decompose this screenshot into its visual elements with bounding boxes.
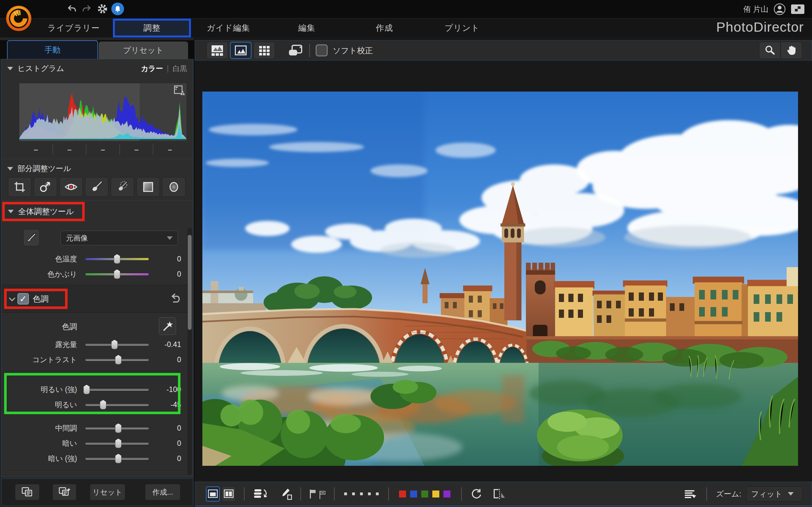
panel-footer: リセット 作成... [1,478,193,506]
apps-icon[interactable] [791,4,804,14]
radial-filter-tool-button[interactable] [162,177,186,197]
color-label-swatch-2[interactable] [421,491,428,498]
undo-icon[interactable] [65,3,78,15]
slider-thumb[interactable] [114,254,120,264]
edit-pencil-icon[interactable] [280,487,293,501]
nav-item-2[interactable]: ガイド編集 [203,19,254,38]
flag-reject-icon[interactable] [318,488,326,500]
apply-adjustments-button[interactable] [52,484,77,500]
color-label-swatch-0[interactable] [399,491,406,498]
color-label-swatch-1[interactable] [410,491,417,498]
slider-track[interactable] [85,457,149,460]
softproof-checkbox[interactable] [316,44,328,56]
slider-track[interactable] [85,358,149,361]
slider-track[interactable] [85,403,149,406]
reset-button[interactable]: リセット [90,484,125,500]
tab-manual[interactable]: 手動 [7,40,98,59]
viewer-filmstrip-view-button[interactable] [206,42,228,59]
tab-preset[interactable]: プリセット [99,42,189,59]
chevron-down-icon[interactable] [9,295,15,301]
masking-brush-tool-button[interactable] [111,177,134,197]
tone-enabled-checkbox[interactable]: ✓ [17,293,29,304]
zoom-label: ズーム: [716,489,741,499]
white-balance-select[interactable]: 元画像 [61,231,178,245]
flag-pick-icon[interactable] [309,488,317,500]
user-name: 侑 片山 [743,4,768,14]
rotate-left-icon[interactable] [470,488,483,500]
compare-view-button[interactable] [222,487,236,502]
nav-item-5[interactable]: プリント [438,19,486,38]
zoom-tool-button[interactable] [759,42,780,59]
create-preset-button[interactable]: 作成... [145,484,181,500]
photo[interactable] [202,92,798,466]
slider-track[interactable] [85,388,149,391]
rotate-canvas-icon[interactable] [288,43,304,57]
slider-value: 0 [151,436,181,451]
rating-dot-2[interactable] [352,493,355,495]
nav-item-3[interactable]: 編集 [291,19,322,38]
slider-track[interactable] [85,343,149,346]
tone-reset-icon[interactable] [168,293,181,304]
pan-hand-tool-button[interactable] [780,42,802,59]
rating-dot-1[interactable] [344,493,347,495]
zoom-select[interactable]: フィット [746,487,803,502]
copy-adjustments-button[interactable] [15,484,40,500]
single-image-view-button[interactable] [206,487,220,502]
collapse-triangle-icon[interactable] [7,167,13,170]
adjustment-brush-tool-button[interactable] [85,177,108,197]
slider-track[interactable] [85,427,149,429]
slider-thumb[interactable] [115,355,121,364]
auto-tone-wand-button[interactable] [159,317,176,335]
eyedropper-button[interactable] [23,229,40,246]
slider-thumb[interactable] [100,400,106,409]
slider-track[interactable] [85,273,149,275]
slider-value: -45 [151,397,181,412]
slider-thumb[interactable] [111,340,118,349]
scrollbar-thumb[interactable] [188,235,192,330]
slider-track[interactable] [85,258,149,260]
rating-dot-3[interactable] [360,493,363,495]
mirror-flip-icon[interactable] [492,488,507,500]
histogram-bw-toggle[interactable]: 白黒 [172,64,187,73]
settings-gear-icon[interactable] [96,3,109,15]
slider-thumb[interactable] [114,269,120,279]
slider-label: 露光量 [2,337,82,352]
panel-tabs: 手動 プリセット [0,40,194,59]
apply-to-stack-icon[interactable] [253,487,268,501]
regional-tools-title: 部分調整ツール [17,164,71,174]
slider-thumb[interactable] [115,454,121,463]
rating-dot-5[interactable] [376,493,379,495]
slider-label: 色かぶり [2,267,82,282]
histogram-color-toggle[interactable]: カラー [141,64,163,73]
sliders-wb: 色温度0色かぶり0 [2,251,189,282]
notifications-bell-icon[interactable] [111,3,124,15]
panel-scrollbar[interactable] [188,228,192,475]
color-label-swatch-4[interactable] [444,491,450,498]
slider-thumb[interactable] [115,439,121,448]
collapse-triangle-icon[interactable] [8,210,14,213]
collapse-triangle-icon[interactable] [7,67,13,70]
histogram-chart[interactable] [19,83,187,141]
clipping-warning-icon[interactable] [173,85,185,96]
redo-icon[interactable] [81,3,94,15]
chevron-down-icon [167,236,172,240]
nav-item-0[interactable]: ライブラリー [47,19,101,38]
slider-label: 中間調 [2,420,82,436]
crop-tool-button[interactable] [8,177,32,197]
histogram-title: ヒストグラム [17,63,64,73]
slider-thumb[interactable] [84,385,90,394]
viewer-single-view-button[interactable] [230,42,252,59]
display-options-icon[interactable] [683,488,698,500]
color-label-swatch-3[interactable] [432,491,439,498]
sliders-light-highlighted: 明るい (強)-100明るい-45 [2,382,189,412]
slider-track[interactable] [85,442,149,445]
red-eye-tool-button[interactable] [59,177,83,197]
nav-item-1[interactable]: 調整 [113,19,191,38]
rating-dot-4[interactable] [368,493,371,495]
spot-removal-tool-button[interactable] [34,177,57,197]
gradient-mask-tool-button[interactable] [136,177,160,197]
avatar[interactable] [773,3,786,15]
slider-thumb[interactable] [115,424,121,433]
viewer-grid-view-button[interactable] [253,42,275,59]
nav-item-4[interactable]: 作成 [368,19,400,38]
